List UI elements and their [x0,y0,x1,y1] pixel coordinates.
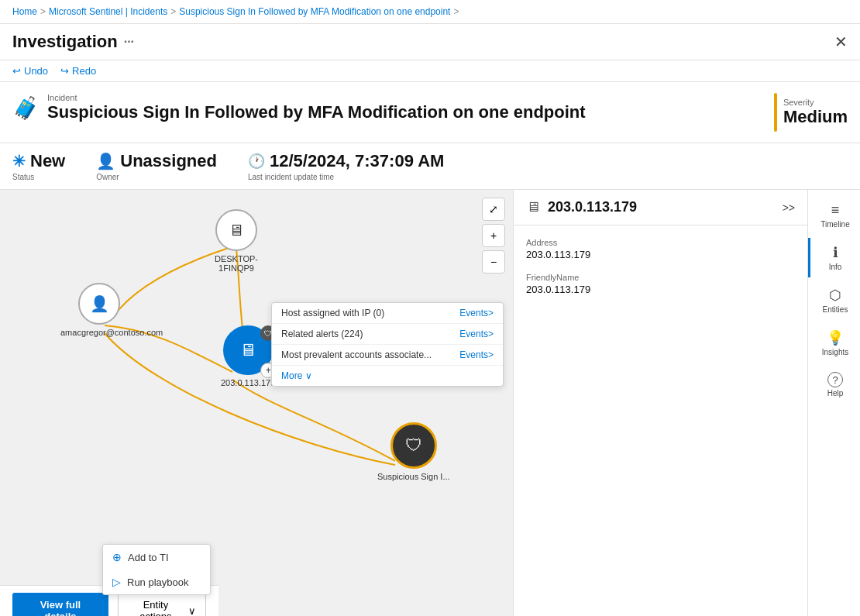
main-area: 🖥 DESKTOP-1FINQP9 👤 amacgregor@contoso.c… [0,190,860,616]
sidebar-label-info: Info [829,263,842,271]
entity-actions-label: Entity actions [128,599,184,616]
page-header: Investigation ··· ✕ [0,24,860,60]
popup-panel: Host assigned with IP (0) Events> Relate… [271,302,504,387]
incident-name: Suspicious Sign In Followed by MFA Modif… [47,102,586,122]
ip-node[interactable]: 🖥 + 🛡 203.0.113.179 [221,325,275,387]
run-playbook-icon: ▷ [112,576,121,588]
sidebar-label-timeline: Timeline [820,220,849,229]
sidebar-item-timeline[interactable]: ≡ Timeline [808,196,860,235]
sidebar-item-entities[interactable]: ⬡ Entities [808,280,860,320]
popup-more[interactable]: More ∨ [272,366,503,386]
owner-icon: 👤 [96,152,115,170]
add-ti-icon: ⊕ [112,551,122,563]
chevron-down-icon: ∨ [188,605,196,617]
zoom-out-button[interactable]: − [482,250,505,274]
incident-label: Incident [47,93,586,102]
undo-button[interactable]: ↩ Undo [12,65,48,77]
status-value: New [30,151,65,171]
ip-panel-title: 203.0.113.179 [548,199,637,215]
field-address-value: 203.0.113.179 [526,249,795,260]
status-bar: ✳ New Status 👤 Unassigned Owner 🕐 12/5/2… [0,143,860,190]
incident-icon: 🧳 [12,95,40,121]
popup-row-2: Most prevalent accounts associate... Eve… [272,345,503,366]
sidebar-item-info[interactable]: ℹ Info [808,238,860,277]
undo-icon: ↩ [12,65,21,77]
time-value: 12/5/2024, 7:37:09 AM [270,151,444,171]
owner-value: Unassigned [120,151,217,171]
entity-actions-button[interactable]: Entity actions ∨ [118,592,206,616]
ip-node-label: 203.0.113.179 [221,378,275,387]
sidebar-item-insights[interactable]: 💡 Insights [808,323,860,363]
field-friendlyname: FriendlyName 203.0.113.179 [526,273,795,295]
sidebar-label-help: Help [827,389,844,397]
status-icon: ✳ [12,152,26,170]
alert-node[interactable]: 🛡 Suspicious Sign I... [377,422,450,481]
severity-label: Severity [783,98,848,107]
sep1: > [40,6,46,17]
view-details-button[interactable]: View full details [12,593,108,616]
timeline-icon: ≡ [831,202,840,219]
severity-value: Medium [783,107,848,127]
breadcrumb-incident[interactable]: Suspicious Sign In Followed by MFA Modif… [179,6,450,17]
entities-icon: ⬡ [829,287,841,304]
owner-label: Owner [96,173,217,181]
toolbar: ↩ Undo ↪ Redo [0,60,860,82]
action-add-ti[interactable]: ⊕ Add to TI [103,545,210,570]
right-panel-body: Address 203.0.113.179 FriendlyName 203.0… [514,225,807,616]
sidebar: ≡ Timeline ℹ Info ⬡ Entities 💡 Insights … [807,190,860,616]
popup-link-1[interactable]: Events> [459,329,494,339]
info-icon: ℹ [833,244,838,261]
desktop-node[interactable]: 🖥 DESKTOP-1FINQP9 [198,209,275,273]
close-button[interactable]: ✕ [834,33,848,51]
field-friendlyname-value: 203.0.113.179 [526,284,795,295]
field-friendlyname-label: FriendlyName [526,273,795,282]
panel-collapse-button[interactable]: >> [783,201,795,214]
graph-controls: ⤢ + − [482,198,505,274]
field-address: Address 203.0.113.179 [526,238,795,260]
popup-row-1: Related alerts (224) Events> [272,324,503,345]
zoom-in-button[interactable]: + [482,224,505,247]
graph-canvas[interactable]: 🖥 DESKTOP-1FINQP9 👤 amacgregor@contoso.c… [0,190,513,616]
actions-dropdown: ⊕ Add to TI ▷ Run playbook [102,544,211,595]
redo-icon: ↪ [60,65,69,77]
sidebar-label-insights: Insights [822,348,848,356]
header-dots[interactable]: ··· [124,35,134,49]
help-icon: ? [827,372,843,387]
breadcrumb: Home > Microsoft Sentinel | Incidents > … [0,0,860,24]
page-title: Investigation [12,32,118,52]
time-icon: 🕐 [248,153,265,170]
sep3: > [453,6,459,17]
ip-panel-icon: 🖥 [526,199,540,215]
right-panel-header: 🖥 203.0.113.179 >> [514,190,807,225]
breadcrumb-home[interactable]: Home [12,6,37,17]
sep2: > [170,6,176,17]
status-label: Status [12,173,65,181]
field-address-label: Address [526,238,795,247]
right-panel: 🖥 203.0.113.179 >> Address 203.0.113.179… [513,190,807,616]
sidebar-label-entities: Entities [823,305,848,314]
sidebar-item-help[interactable]: ? Help [808,366,860,404]
action-run-playbook[interactable]: ▷ Run playbook [103,570,210,594]
chevron-down-icon: ∨ [305,370,312,381]
desktop-node-label: DESKTOP-1FINQP9 [198,254,275,273]
popup-link-0[interactable]: Events> [459,308,494,318]
time-label: Last incident update time [248,173,444,181]
alert-node-label: Suspicious Sign I... [377,472,450,481]
insights-icon: 💡 [827,329,844,346]
user-node-label: amacgregor@contoso.com [60,328,138,337]
incident-bar: 🧳 Incident Suspicious Sign In Followed b… [0,82,860,143]
expand-button[interactable]: ⤢ [482,198,505,221]
breadcrumb-sentinel[interactable]: Microsoft Sentinel | Incidents [49,6,167,17]
popup-row-0: Host assigned with IP (0) Events> [272,303,503,324]
popup-link-2[interactable]: Events> [459,349,494,360]
user-node[interactable]: 👤 amacgregor@contoso.com [60,283,138,337]
redo-button[interactable]: ↪ Redo [60,65,96,77]
